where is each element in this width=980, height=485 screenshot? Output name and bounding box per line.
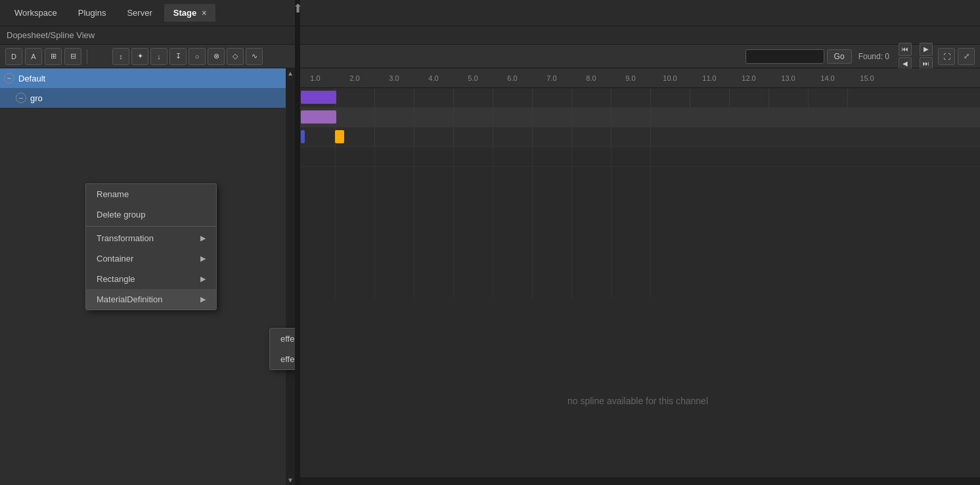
context-menu-rectangle[interactable]: Rectangle ▶ <box>86 269 216 289</box>
timeline-tracks <box>296 88 980 298</box>
tree-toggle-gro[interactable]: − <box>16 93 26 103</box>
tree-label-default: Default <box>18 74 45 83</box>
sub-menu-effect-angle[interactable]: effectAngle <box>270 329 296 349</box>
context-menu: Rename Delete group Transformation ▶ Con… <box>85 183 217 310</box>
toolbar-separator-1 <box>87 49 87 64</box>
menu-server[interactable]: Server <box>118 4 161 22</box>
timeline-num-3: 3.0 <box>374 74 414 82</box>
tree-item-gro[interactable]: − gro <box>0 88 295 108</box>
timeline-track-2[interactable] <box>296 127 980 147</box>
left-scroll-bar[interactable]: ▲ ▼ <box>286 68 295 485</box>
grid-line <box>453 88 493 107</box>
submenu-arrow-rectangle: ▶ <box>200 275 206 283</box>
context-menu-rename-label: Rename <box>97 189 129 199</box>
panel-divider[interactable]: ⬆ <box>295 0 300 485</box>
submenu-arrow-material: ▶ <box>200 295 206 304</box>
tab-stage[interactable]: Stage × <box>164 4 215 22</box>
tool-move[interactable]: ↕ <box>112 48 129 65</box>
scroll-up-arrow[interactable]: ▲ <box>287 70 294 77</box>
tool-wave[interactable]: ∿ <box>246 48 263 65</box>
timeline-scroll-bar[interactable] <box>296 477 980 485</box>
context-menu-container-label: Container <box>97 254 133 264</box>
context-menu-delete-group[interactable]: Delete group <box>86 204 216 225</box>
toolbar-zoom[interactable]: ⛶ <box>938 48 955 65</box>
toolbar-btn-keyframe2[interactable]: ⊟ <box>64 48 81 65</box>
timeline-num-7: 7.0 <box>532 74 571 82</box>
sub-header-label: Dopesheet/Spline View <box>7 30 95 40</box>
grid-lines-0 <box>296 88 980 107</box>
timeline-block-purple[interactable] <box>301 91 336 104</box>
timeline-num-1: 1.0 <box>296 74 335 82</box>
tool-key2[interactable]: ↧ <box>169 48 187 65</box>
tab-stage-label: Stage <box>173 8 196 18</box>
context-menu-rename[interactable]: Rename <box>86 184 216 204</box>
divider-arrow-icon: ⬆ <box>293 3 303 14</box>
tool-circle[interactable]: ○ <box>189 48 206 65</box>
context-menu-separator <box>86 226 216 227</box>
timeline-track-1[interactable] <box>296 108 980 127</box>
timeline-empty-area <box>296 167 980 298</box>
grid-line <box>650 88 690 107</box>
context-menu-material-definition-label: MaterialDefinition <box>97 294 162 304</box>
nav-next[interactable]: ▶ <box>920 43 933 56</box>
context-menu-container[interactable]: Container ▶ <box>86 248 216 269</box>
toolbar: D A ⊞ ⊟ ↕ ✦ ↓ ↧ ○ ⊗ ◇ ∿ Go Found: 0 ⏮ ◀ … <box>0 45 980 68</box>
scroll-down-arrow[interactable]: ▼ <box>287 476 294 484</box>
timeline-tool-group: ↕ ✦ ↓ ↧ ○ ⊗ ◇ ∿ <box>112 48 263 65</box>
grid-line <box>493 88 532 107</box>
timeline-num-5: 5.0 <box>453 74 493 82</box>
context-menu-material-definition[interactable]: MaterialDefinition ▶ <box>86 289 216 310</box>
grid-line <box>729 88 768 107</box>
toolbar-btn-keyframe1[interactable]: ⊞ <box>45 48 62 65</box>
nav-prev-prev[interactable]: ⏮ <box>899 43 912 56</box>
toolbar-fit[interactable]: ⤢ <box>958 48 975 65</box>
left-panel: ▲ ▼ − Default − gro Rename Delete group … <box>0 68 296 485</box>
timeline-num-8: 8.0 <box>571 74 611 82</box>
timeline-block-mauve[interactable] <box>301 110 336 124</box>
grid-line <box>374 88 414 107</box>
timeline-block-orange[interactable] <box>335 130 344 143</box>
menu-workspace[interactable]: Workspace <box>5 4 66 22</box>
timeline-block-blue-thin[interactable] <box>301 130 305 143</box>
grid-line <box>571 88 611 107</box>
timeline-num-11: 11.0 <box>690 74 729 82</box>
tool-key1[interactable]: ↓ <box>150 48 167 65</box>
timeline-num-12: 12.0 <box>729 74 768 82</box>
grid-line <box>611 88 650 107</box>
context-menu-delete-group-label: Delete group <box>97 210 145 219</box>
tree-toggle-default[interactable]: − <box>4 73 14 83</box>
context-menu-transformation-label: Transformation <box>97 233 154 243</box>
timeline-track-0[interactable] <box>296 88 980 108</box>
grid-line <box>532 88 571 107</box>
timeline-num-2: 2.0 <box>335 74 374 82</box>
nav-prev-group: ⏮ ◀ <box>899 43 912 70</box>
menu-plugins[interactable]: Plugins <box>69 4 116 22</box>
toolbar-btn-d[interactable]: D <box>5 48 22 65</box>
tool-xcircle[interactable]: ⊗ <box>208 48 225 65</box>
timeline-num-6: 6.0 <box>493 74 532 82</box>
sub-header: Dopesheet/Spline View <box>0 26 980 45</box>
timeline-num-4: 4.0 <box>414 74 453 82</box>
timeline-num-10: 10.0 <box>650 74 690 82</box>
toolbar-btn-a[interactable]: A <box>25 48 42 65</box>
tree-label-gro: gro <box>30 93 43 103</box>
search-input[interactable] <box>746 49 824 64</box>
timeline-header: 1.0 2.0 3.0 4.0 5.0 6.0 7.0 8.0 9.0 10.0… <box>296 68 980 88</box>
grid-lines-1 <box>296 108 980 127</box>
grid-lines-2 <box>296 127 980 147</box>
main-area: ▲ ▼ − Default − gro Rename Delete group … <box>0 68 980 485</box>
tool-select[interactable]: ✦ <box>131 48 148 65</box>
sub-menu-effect-radius[interactable]: effectRadius <box>270 349 296 369</box>
tab-close-icon[interactable]: × <box>202 9 206 18</box>
timeline-numbers: 1.0 2.0 3.0 4.0 5.0 6.0 7.0 8.0 9.0 10.0… <box>296 68 887 87</box>
no-spline-text: no spline available for this channel <box>568 396 708 406</box>
context-menu-transformation[interactable]: Transformation ▶ <box>86 228 216 248</box>
timeline-track-3 <box>296 147 980 167</box>
context-menu-rectangle-label: Rectangle <box>97 274 135 284</box>
go-button[interactable]: Go <box>827 49 852 64</box>
tool-diamond[interactable]: ◇ <box>227 48 244 65</box>
tree-item-default[interactable]: − Default <box>0 68 295 88</box>
found-label: Found: 0 <box>858 52 889 61</box>
sub-context-menu: effectAngle effectRadius <box>269 328 296 370</box>
grid-line <box>808 88 847 107</box>
